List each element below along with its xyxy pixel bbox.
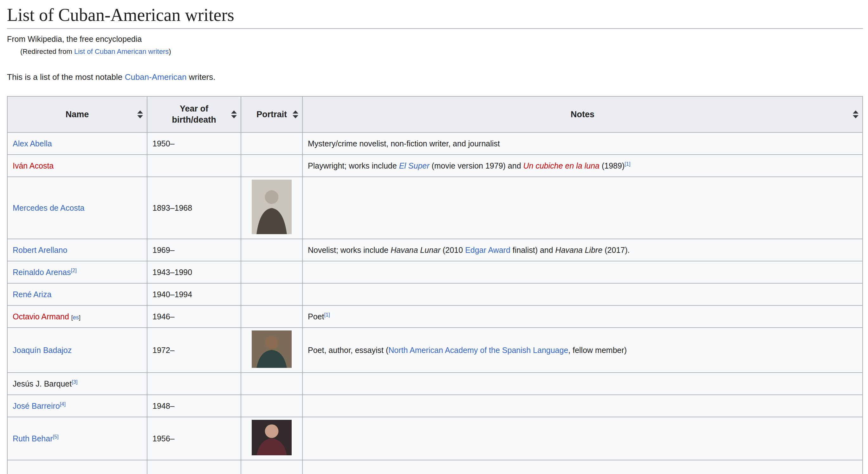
text: Poet, author, essayist (	[308, 346, 389, 354]
name-cell: René Ariza	[7, 283, 147, 306]
intro-paragraph: This is a list of the most notable Cuban…	[7, 72, 863, 82]
table-row: Mercedes de Acosta1893–1968	[7, 177, 863, 239]
portrait-cell	[241, 327, 303, 373]
reference-link[interactable]: [4]	[60, 401, 66, 407]
notes-cell: Poet[1]	[303, 306, 863, 327]
writer-link[interactable]: Robert Arellano	[13, 246, 67, 254]
reference-link[interactable]: [1]	[624, 161, 630, 166]
name-cell: Iván Acosta	[7, 155, 147, 177]
notes-link[interactable]: North American Academy of the Spanish La…	[389, 346, 568, 354]
reference-link[interactable]: [3]	[72, 379, 78, 384]
year-cell: 1948–	[147, 395, 241, 417]
name-cell: José Barreiro[4]	[7, 395, 147, 417]
table-row: Joaquín Badajoz1972–Poet, author, essayi…	[7, 327, 863, 373]
writer-link[interactable]: José Barreiro	[13, 402, 60, 410]
sort-icon	[292, 110, 298, 119]
column-header-name[interactable]: Name	[7, 96, 147, 132]
redirect-link[interactable]: List of Cuban American writers	[74, 48, 169, 56]
notes-link[interactable]: Edgar Award	[465, 246, 510, 254]
portrait-cell	[241, 239, 303, 261]
reference: [1]	[324, 312, 330, 317]
name-cell: Alex Abella	[7, 132, 147, 155]
column-header-year[interactable]: Year of birth/death	[147, 96, 241, 132]
notes-cell	[303, 460, 863, 474]
notes-link[interactable]: El Super	[399, 161, 430, 170]
text: Mystery/crime novelist, non-fiction writ…	[308, 139, 500, 148]
text: This is a list of the most notable	[7, 72, 125, 82]
page-title: List of Cuban-American writers	[7, 4, 863, 29]
notes-link[interactable]: Un cubiche en la luna	[523, 161, 599, 170]
reference-link[interactable]: [2]	[71, 267, 76, 273]
text	[69, 312, 71, 321]
reference: [3]	[72, 379, 78, 384]
year-cell: 1950–	[147, 132, 241, 155]
site-subtitle: From Wikipedia, the free encyclopedia	[7, 35, 863, 44]
writer-link[interactable]: Octavio Armand	[13, 312, 69, 321]
column-header-label: Name	[66, 109, 89, 120]
column-header-notes[interactable]: Notes	[303, 96, 863, 132]
notes-cell: Novelist; works include Havana Lunar (20…	[303, 239, 863, 261]
portrait-cell	[241, 373, 303, 395]
column-header-label: Year of birth/death	[163, 103, 225, 125]
sort-icon	[853, 110, 859, 119]
writer-link[interactable]: Joaquín Badajoz	[13, 346, 72, 354]
table-row: Ruth Behar[5]1956–	[7, 417, 863, 460]
text: writers.	[186, 72, 215, 82]
writers-table: Name Year of birth/death Portrait Notes …	[7, 96, 863, 474]
column-header-portrait[interactable]: Portrait	[241, 96, 303, 132]
table-row: Alex Abella1950–Mystery/crime novelist, …	[7, 132, 863, 155]
portrait-cell	[241, 417, 303, 460]
portrait-cell	[241, 283, 303, 306]
name-cell	[7, 460, 147, 474]
writer-link[interactable]: Alex Abella	[13, 139, 52, 148]
text: Jesús J. Barquet	[13, 379, 72, 388]
year-cell: 1972–	[147, 327, 241, 373]
reference-link[interactable]: [5]	[53, 434, 58, 439]
writer-link[interactable]: Ruth Behar	[13, 434, 53, 443]
text: (2010	[440, 246, 465, 254]
redirect-suffix: )	[169, 48, 171, 56]
reference-link[interactable]: [1]	[324, 312, 330, 317]
table-row: Iván AcostaPlaywright; works include El …	[7, 155, 863, 177]
text: , fellow member)	[568, 346, 627, 354]
intro-link[interactable]: Cuban-American	[125, 72, 186, 82]
notes-cell	[303, 395, 863, 417]
writer-link[interactable]: Reinaldo Arenas	[13, 268, 71, 277]
text: (2017).	[602, 246, 629, 254]
year-cell	[147, 373, 241, 395]
text: ]	[79, 314, 81, 321]
name-cell: Reinaldo Arenas[2]	[7, 261, 147, 283]
table-row: Reinaldo Arenas[2]1943–1990	[7, 261, 863, 283]
writer-link[interactable]: Iván Acosta	[13, 161, 54, 170]
writer-link[interactable]: Mercedes de Acosta	[13, 203, 85, 212]
text: Poet	[308, 312, 324, 321]
mercedes-de-acosta-portrait-image[interactable]	[252, 180, 292, 234]
notes-cell	[303, 283, 863, 306]
sort-icon	[137, 110, 143, 119]
text: (movie version 1979) and	[430, 161, 523, 170]
text: finalist) and	[510, 246, 555, 254]
name-cell: Octavio Armand [es]	[7, 306, 147, 327]
year-cell: 1969–	[147, 239, 241, 261]
text: Novelist; works include	[308, 246, 391, 254]
sort-icon	[231, 110, 237, 119]
writer-link[interactable]: es	[73, 314, 79, 321]
name-cell: Jesús J. Barquet[3]	[7, 373, 147, 395]
table-row: Robert Arellano1969–Novelist; works incl…	[7, 239, 863, 261]
portrait-cell	[241, 306, 303, 327]
table-body: Alex Abella1950–Mystery/crime novelist, …	[7, 132, 863, 474]
portrait-cell	[241, 395, 303, 417]
writer-link[interactable]: René Ariza	[13, 290, 51, 299]
portrait-cell	[241, 261, 303, 283]
table-row	[7, 460, 863, 474]
text: (1989)	[599, 161, 624, 170]
name-cell: Mercedes de Acosta	[7, 177, 147, 239]
ruth-behar-podium-photo-image[interactable]	[252, 420, 292, 455]
notes-cell: Mystery/crime novelist, non-fiction writ…	[303, 132, 863, 155]
table-row: Octavio Armand [es]1946–Poet[1]	[7, 306, 863, 327]
notes-cell	[303, 417, 863, 460]
reference: [4]	[60, 401, 66, 407]
joaquin-badajoz-photo-image[interactable]	[252, 330, 292, 368]
reference: [5]	[53, 434, 58, 439]
article-page: List of Cuban-American writers From Wiki…	[0, 0, 868, 474]
